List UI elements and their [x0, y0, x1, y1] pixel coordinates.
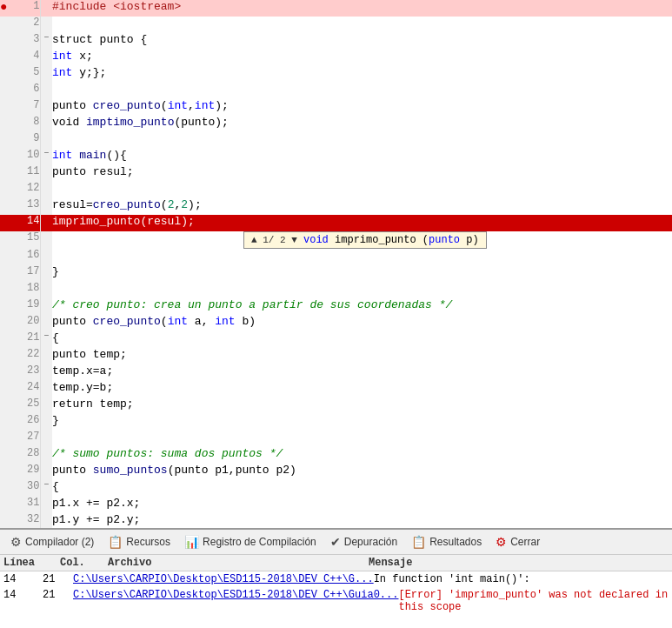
toolbar-btn-icon: ⚙: [10, 535, 22, 549]
gutter-cell: [0, 431, 14, 447]
fold-indicator: [40, 431, 52, 447]
toolbar-btn-registro-de-compilación[interactable]: 📊Registro de Compilación: [177, 533, 323, 551]
fold-indicator: [40, 132, 52, 149]
gutter-cell: [0, 149, 14, 165]
toolbar-btn-depuración[interactable]: ✔Depuración: [323, 533, 404, 551]
toolbar-btn-compilador-(2)[interactable]: ⚙Compilador (2): [3, 533, 101, 551]
code-cell: struct punto {: [52, 33, 672, 50]
gutter-cell: [0, 398, 14, 414]
line-number: 14: [14, 215, 40, 231]
editor-area: ●1#include <iostream>23−struct punto {4 …: [0, 0, 672, 528]
col-col-header: Col.: [60, 557, 90, 569]
line-number: 18: [14, 282, 40, 298]
line-number: 28: [14, 447, 40, 464]
fold-indicator[interactable]: −: [40, 331, 52, 348]
code-container[interactable]: ●1#include <iostream>23−struct punto {4 …: [0, 0, 672, 528]
code-line: 3−struct punto {: [0, 33, 672, 50]
code-cell: /* creo punto: crea un punto a partir de…: [52, 298, 672, 315]
code-line: 26 }: [0, 414, 672, 431]
line-number: 24: [14, 381, 40, 398]
line-number: 6: [14, 83, 40, 99]
code-line: 15▲ 1/ 2 ▼ void imprimo_punto (punto p): [0, 231, 672, 249]
fold-indicator[interactable]: −: [40, 33, 52, 50]
error-archivo[interactable]: C:\Users\CARPIO\Desktop\ESD115-2018\DEV …: [73, 573, 374, 585]
toolbar-btn-resultados[interactable]: 📋Resultados: [404, 533, 489, 551]
toolbar-btn-icon: ⚙: [496, 535, 507, 549]
error-mensaje: In function 'int main()':: [374, 573, 669, 585]
code-cell: imprimo_punto(resul);: [52, 215, 672, 231]
gutter-cell: [0, 381, 14, 398]
fold-indicator[interactable]: −: [40, 149, 52, 165]
error-rows-container: 1421C:\Users\CARPIO\Desktop\ESD115-2018\…: [0, 571, 672, 615]
error-row: 1421C:\Users\CARPIO\Desktop\ESD115-2018\…: [0, 587, 672, 615]
gutter-cell: [0, 513, 14, 528]
fold-indicator: [40, 513, 52, 528]
error-archivo[interactable]: C:\Users\CARPIO\Desktop\ESD115-2018\DEV …: [73, 589, 398, 613]
code-table: ●1#include <iostream>23−struct punto {4 …: [0, 0, 672, 528]
fold-indicator: [40, 0, 52, 17]
code-cell: temp.x=a;: [52, 364, 672, 381]
line-number: 32: [14, 513, 40, 528]
line-number: 26: [14, 414, 40, 431]
tooltip-nav[interactable]: ▲ 1/ 2 ▼: [251, 235, 297, 245]
code-cell: void imptimo_punto(punto);: [52, 116, 672, 132]
line-number: 22: [14, 348, 40, 364]
code-cell: {: [52, 331, 672, 348]
code-line: 20 punto creo_punto(int a, int b): [0, 315, 672, 331]
fold-indicator: [40, 17, 52, 33]
gutter-cell: [0, 33, 14, 50]
line-number: 25: [14, 398, 40, 414]
code-cell: p1.x += p2.x;: [52, 497, 672, 513]
code-line: 17 }: [0, 265, 672, 282]
code-cell: [52, 83, 672, 99]
code-line: 11 punto resul;: [0, 165, 672, 182]
tooltip-param-type: punto: [429, 234, 460, 246]
code-line: 14 imprimo_punto(resul);: [0, 215, 672, 231]
code-line: 5 int y;};: [0, 66, 672, 83]
code-cell: /* sumo puntos: suma dos puntos */: [52, 447, 672, 464]
tooltip-param-name: p): [460, 234, 479, 246]
fold-indicator: [40, 298, 52, 315]
gutter-cell: [0, 265, 14, 282]
bottom-toolbar: ⚙Compilador (2)📋Recursos📊Registro de Com…: [0, 528, 672, 554]
code-line: 19 /* creo punto: crea un punto a partir…: [0, 298, 672, 315]
code-line: 29 punto sumo_puntos(punto p1,punto p2): [0, 464, 672, 480]
fold-indicator: [40, 414, 52, 431]
code-line: 25 return temp;: [0, 398, 672, 414]
fold-indicator: [40, 282, 52, 298]
code-line: 32 p1.y += p2.y;: [0, 513, 672, 528]
code-line: 24 temp.y=b;: [0, 381, 672, 398]
fold-indicator: [40, 83, 52, 99]
fold-indicator: [40, 50, 52, 66]
code-line: 2: [0, 17, 672, 33]
gutter-cell: [0, 249, 14, 265]
code-cell: {: [52, 480, 672, 497]
code-line: 18: [0, 282, 672, 298]
fold-indicator: [40, 215, 52, 231]
line-number: 27: [14, 431, 40, 447]
fold-indicator[interactable]: −: [40, 480, 52, 497]
code-line: 22 punto temp;: [0, 348, 672, 364]
code-cell: }: [52, 265, 672, 282]
error-col: 21: [43, 573, 73, 585]
line-number: 21: [14, 331, 40, 348]
code-cell: }: [52, 414, 672, 431]
fold-indicator: [40, 464, 52, 480]
toolbar-btn-recursos[interactable]: 📋Recursos: [101, 533, 177, 551]
gutter-cell: [0, 116, 14, 132]
gutter-cell: [0, 480, 14, 497]
code-cell: punto resul;: [52, 165, 672, 182]
line-number: 3: [14, 33, 40, 50]
fold-indicator: [40, 99, 52, 116]
toolbar-btn-label: Depuración: [344, 536, 397, 548]
line-number: 4: [14, 50, 40, 66]
toolbar-btn-cerrar[interactable]: ⚙Cerrar: [489, 533, 547, 551]
line-number: 23: [14, 364, 40, 381]
line-number: 13: [14, 198, 40, 215]
code-cell: int x;: [52, 50, 672, 66]
code-cell: return temp;: [52, 398, 672, 414]
toolbar-btn-icon: 📋: [411, 535, 426, 549]
gutter-cell: [0, 331, 14, 348]
line-number: 8: [14, 116, 40, 132]
toolbar-btn-label: Resultados: [429, 536, 482, 548]
